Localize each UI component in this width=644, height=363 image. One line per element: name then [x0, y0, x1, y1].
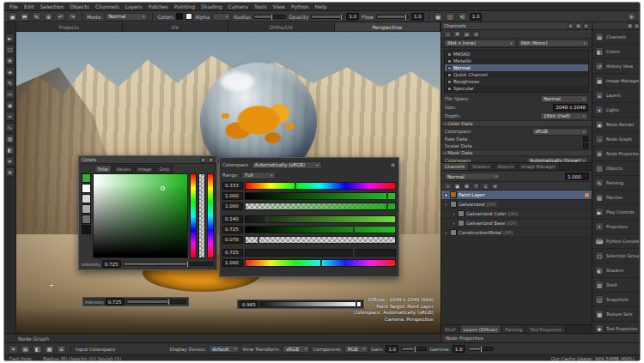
palette-button-patches[interactable]: ▧Patches	[592, 191, 641, 205]
palette-button-node-graph[interactable]: ◇Node Graph	[592, 132, 641, 147]
menu-python[interactable]: Python	[291, 3, 309, 9]
background-color-swatch[interactable]	[185, 13, 192, 20]
menu-shading[interactable]: Shading	[201, 3, 222, 9]
color-data-section-header[interactable]: Color Data	[441, 120, 592, 127]
file-space-dropdown[interactable]: Normal	[540, 95, 588, 103]
floating-intensity-track[interactable]	[126, 299, 186, 304]
menu-help[interactable]: Help	[315, 3, 327, 9]
menu-objects[interactable]: Objects	[70, 3, 89, 9]
brush-icon[interactable]: ✎	[32, 12, 41, 21]
range-dropdown[interactable]: Full	[241, 172, 276, 179]
hue-strip[interactable]	[190, 173, 197, 258]
gain-slider[interactable]	[401, 347, 427, 351]
tab-grey[interactable]: Grey	[155, 165, 173, 173]
tab-projects[interactable]: Projects	[16, 22, 123, 31]
palette-button-texture-sets[interactable]: ▩Texture Sets	[592, 307, 641, 322]
alpha-value-field[interactable]: 1.000	[222, 203, 243, 210]
grid-icon[interactable]: ▤	[21, 345, 30, 354]
smear-tool-button[interactable]: ∿	[5, 123, 15, 132]
move-layer-icon[interactable]: ✥	[463, 183, 471, 190]
palette-button-colors[interactable]: ◧Colors	[592, 45, 641, 59]
tab-uv[interactable]: UV	[123, 22, 229, 31]
menu-layers[interactable]: Layers	[125, 3, 143, 9]
channel-row[interactable]: Quick Channel	[445, 71, 588, 78]
palette-button-play-controls[interactable]: ▶Play Controls	[592, 205, 641, 220]
layer-row-paint-layer[interactable]: Paint Layer	[441, 191, 592, 200]
channel-row[interactable]: Metallic	[445, 57, 588, 64]
menu-view[interactable]: View	[273, 3, 285, 9]
panel-tab-channels[interactable]: Channels	[441, 163, 469, 170]
spectrum-value-field[interactable]: 1.000	[222, 259, 243, 267]
panel-close-icon[interactable]	[390, 162, 396, 168]
palette-button-modo-render[interactable]: ◉Modo Render	[592, 118, 641, 132]
layer-visibility-toggle[interactable]	[452, 212, 456, 216]
gamma-slider[interactable]	[468, 347, 494, 351]
raw-data-checkbox[interactable]	[583, 136, 588, 142]
bottom-tab-painting[interactable]: Painting	[501, 325, 526, 333]
palette-button-node-properties[interactable]: ⚙Node Properties	[592, 147, 641, 161]
paint-tool-button[interactable]: ✎	[5, 78, 15, 88]
palette-button-selection-groups[interactable]: ▢Selection Groups	[592, 249, 641, 263]
foreground-color-swatch[interactable]	[176, 13, 183, 20]
flow-slider[interactable]	[376, 15, 409, 19]
tab-perspective[interactable]: Perspective	[335, 22, 441, 31]
projection-icon[interactable]: ◫	[446, 12, 455, 21]
menu-file[interactable]: File	[9, 3, 18, 9]
layer-row-galvanized-base[interactable]: Galvanized Base [Off]	[441, 219, 592, 228]
grey-swatch[interactable]	[82, 204, 91, 214]
panel-tab-image-manager[interactable]: Image Manager	[518, 163, 559, 170]
floating-intensity-field[interactable]: 0.725	[106, 298, 125, 306]
share-channel-icon[interactable]: ⇄	[463, 31, 471, 38]
palette-button-python-console[interactable]: ⌨Python Console	[592, 234, 641, 249]
remove-layer-icon[interactable]: ✕	[491, 183, 499, 190]
intensity-slider[interactable]	[123, 262, 214, 266]
add-channel-icon[interactable]: ＋	[444, 31, 452, 38]
gain-field[interactable]: 1.0	[386, 345, 398, 353]
palette-button-history-view[interactable]: ↺History View	[592, 59, 641, 74]
blue-value-field[interactable]: 0.078	[222, 236, 243, 244]
node-graph-bar[interactable]: Node Graph	[4, 333, 440, 342]
add-layer-icon[interactable]: ＋	[444, 183, 452, 190]
red-value-field[interactable]: 0.140	[222, 215, 243, 223]
menu-camera[interactable]: Camera	[228, 3, 248, 9]
palette-close-icon[interactable]	[208, 157, 214, 163]
reset-icon[interactable]: ⟲	[458, 12, 467, 21]
floating-value-field[interactable]: 0.965	[240, 300, 258, 308]
palette-button-objects[interactable]: ◫Objects	[592, 161, 641, 176]
current-color-swatch[interactable]	[82, 173, 91, 183]
menu-edit[interactable]: Edit	[24, 3, 34, 9]
light-grey-swatch[interactable]	[82, 194, 91, 203]
transform-tool-button[interactable]: ✥	[5, 56, 15, 65]
menu-channels[interactable]: Channels	[95, 3, 119, 9]
layer-down-icon[interactable]: ↓	[482, 183, 489, 190]
fill-tool-button[interactable]: ◧	[5, 145, 15, 154]
remove-channel-icon[interactable]: ✕	[472, 31, 480, 38]
palette-button-snapshots[interactable]: ◱Snapshots	[592, 293, 641, 307]
strip-dock-icon[interactable]	[627, 23, 633, 29]
saturation-value-picker[interactable]	[93, 173, 188, 258]
layer-visibility-toggle[interactable]	[444, 203, 448, 207]
display-device-dropdown[interactable]: default	[209, 345, 240, 353]
save-icon[interactable]: ⬒	[20, 12, 29, 21]
menu-tools[interactable]: Tools	[254, 3, 267, 9]
channels-dock-icon[interactable]	[575, 23, 581, 29]
channel-colorspace-dropdown[interactable]: sRGB	[532, 128, 588, 136]
duplicate-channel-icon[interactable]: ⧉	[453, 31, 461, 38]
node-properties-bar[interactable]: Node Properties	[440, 333, 641, 342]
dark-grey-swatch[interactable]	[82, 215, 91, 224]
layer-opacity-field[interactable]: 1.000	[565, 172, 589, 180]
marquee-select-tool-button[interactable]: ▢	[5, 45, 15, 54]
color-picker-cursor[interactable]	[161, 186, 165, 191]
saturation-value-field[interactable]: 1.000	[222, 192, 243, 200]
layer-row-galvanized-color[interactable]: Galvanized Color [Off]	[441, 209, 592, 219]
alpha-dropdown[interactable]	[212, 13, 231, 21]
flow-field[interactable]: 1.0	[411, 13, 424, 21]
channels-close-icon[interactable]	[583, 23, 589, 29]
layer-row-galvanized[interactable]: Galvanized [Off]	[441, 200, 592, 209]
depth-dropdown[interactable]: 16bit (Half)	[540, 112, 588, 120]
gradient-tool-button[interactable]: ▨	[5, 134, 15, 143]
channel-depth-dropdown[interactable]: 8bit x (new)	[444, 39, 516, 47]
layer-row-constructionmetal[interactable]: ConstructionMetal [Off]	[441, 228, 592, 238]
redo-icon[interactable]: ↷	[68, 12, 77, 21]
panel-tab-shaders[interactable]: Shaders	[469, 163, 494, 170]
